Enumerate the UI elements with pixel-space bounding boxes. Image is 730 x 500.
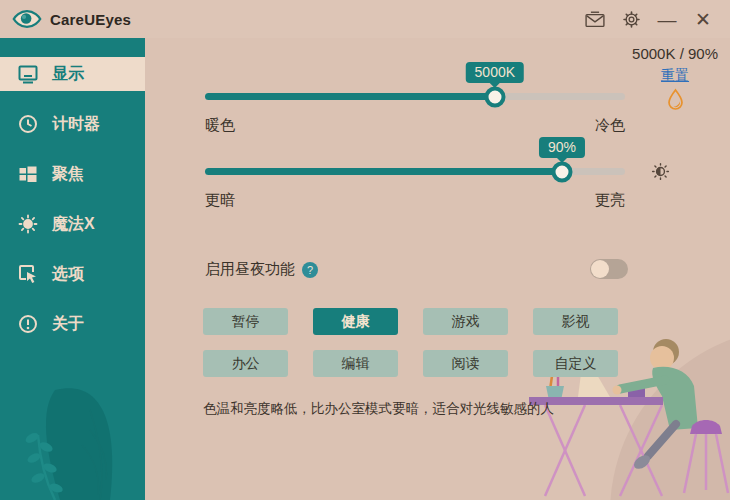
- minimize-icon: —: [658, 10, 677, 29]
- sidebar-item-focus[interactable]: 聚焦: [0, 157, 145, 191]
- about-icon: [17, 313, 39, 335]
- monitor-icon: [17, 63, 39, 85]
- app-title: CareUEyes: [50, 11, 131, 28]
- color-drop-icon: [632, 88, 718, 115]
- preset-office-button[interactable]: 办公: [203, 350, 288, 377]
- brightness-labels: 更暗 更亮: [205, 191, 625, 210]
- sidebar-item-label: 魔法X: [52, 214, 95, 235]
- sidebar-item-about[interactable]: 关于: [0, 307, 145, 341]
- sidebar-item-magic[interactable]: 魔法X: [0, 207, 145, 241]
- slider-fill: [205, 93, 495, 100]
- options-cursor-icon: [17, 263, 39, 285]
- temperature-tooltip: 5000K: [466, 62, 524, 83]
- mail-icon[interactable]: [582, 6, 608, 32]
- leaf-decoration: [0, 350, 145, 500]
- warm-label: 暖色: [205, 116, 235, 135]
- current-settings-value: 5000K / 90%: [632, 45, 718, 62]
- close-button[interactable]: ✕: [690, 6, 716, 32]
- brighter-label: 更亮: [595, 191, 625, 210]
- preset-reading-button[interactable]: 阅读: [423, 350, 508, 377]
- careueyes-window: CareUEyes: [0, 0, 730, 500]
- temperature-slider[interactable]: [205, 85, 625, 107]
- person-at-desk-illustration: [470, 268, 730, 500]
- sidebar-item-label: 聚焦: [52, 164, 84, 185]
- preset-health-button[interactable]: 健康: [313, 308, 398, 335]
- temperature-labels: 暖色 冷色: [205, 116, 625, 135]
- magic-sun-icon: [17, 213, 39, 235]
- reset-link[interactable]: 重置: [661, 67, 689, 85]
- sidebar-item-timer[interactable]: 计时器: [0, 107, 145, 141]
- careueyes-eye-logo: [12, 8, 42, 30]
- preset-pause-button[interactable]: 暂停: [203, 308, 288, 335]
- preset-movie-button[interactable]: 影视: [533, 308, 618, 335]
- gear-icon[interactable]: [618, 6, 644, 32]
- main-panel: 5000K / 90% 重置 5000K 暖色 冷色 90%: [145, 38, 730, 500]
- minimize-button[interactable]: —: [654, 6, 680, 32]
- sidebar-item-label: 选项: [52, 264, 84, 285]
- preset-description: 色温和亮度略低，比办公室模式要暗，适合对光线敏感的人: [203, 400, 554, 418]
- preset-grid: 暂停 健康 游戏 影视 办公 编辑 阅读 自定义: [203, 308, 618, 377]
- darker-label: 更暗: [205, 191, 235, 210]
- sidebar-item-label: 显示: [52, 64, 84, 85]
- sidebar: 显示 计时器 聚焦: [0, 38, 145, 500]
- brightness-tooltip: 90%: [539, 137, 585, 158]
- brightness-sun-icon: [650, 161, 671, 186]
- focus-icon: [17, 163, 39, 185]
- preset-edit-button[interactable]: 编辑: [313, 350, 398, 377]
- sidebar-item-label: 关于: [52, 314, 84, 335]
- cold-label: 冷色: [595, 116, 625, 135]
- titlebar: CareUEyes: [0, 0, 730, 38]
- day-night-toggle[interactable]: [590, 259, 628, 279]
- sidebar-item-label: 计时器: [52, 114, 100, 135]
- day-night-label: 启用昼夜功能: [205, 260, 295, 279]
- day-night-row: 启用昼夜功能 ?: [205, 260, 318, 279]
- sidebar-item-display[interactable]: 显示: [0, 57, 145, 91]
- toggle-knob: [591, 260, 609, 278]
- preset-custom-button[interactable]: 自定义: [533, 350, 618, 377]
- help-icon[interactable]: ?: [302, 262, 318, 278]
- status-block: 5000K / 90% 重置: [632, 45, 718, 115]
- preset-game-button[interactable]: 游戏: [423, 308, 508, 335]
- clock-icon: [17, 113, 39, 135]
- close-icon: ✕: [695, 10, 711, 29]
- sidebar-item-options[interactable]: 选项: [0, 257, 145, 291]
- slider-fill: [205, 168, 562, 175]
